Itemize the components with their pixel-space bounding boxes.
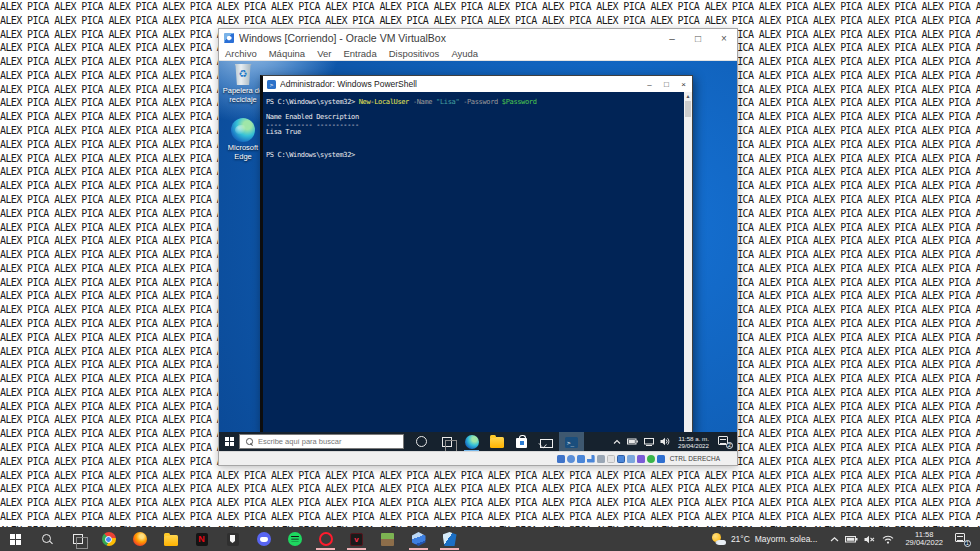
- explorer-icon: [490, 437, 504, 448]
- host-taskbar-search-button[interactable]: [31, 527, 62, 551]
- scrollbar[interactable]: ▲: [684, 92, 692, 434]
- edge-label: Microsoft Edge: [221, 144, 265, 161]
- scroll-up-icon[interactable]: ▲: [684, 92, 692, 100]
- desktop-icon-microsoft-edge[interactable]: Microsoft Edge: [221, 118, 265, 161]
- vm-taskbar-edge-button[interactable]: [459, 432, 484, 451]
- menu-item-archivo[interactable]: Archivo: [225, 48, 257, 59]
- vapp-icon: [350, 533, 363, 546]
- store-icon: [516, 438, 527, 448]
- host-key-label: CTRL DERECHA: [670, 455, 720, 462]
- mail-icon: [540, 439, 553, 448]
- vm-clock-time: 11:58 a. m.: [678, 435, 709, 442]
- host-action-center[interactable]: 1: [955, 533, 968, 545]
- minimize-button[interactable]: –: [659, 29, 685, 47]
- resize-grip[interactable]: [723, 454, 733, 464]
- host-taskbar-taskview-button[interactable]: [62, 527, 93, 551]
- host-taskbar: N 21°C Mayorm. solea... 11:58: [0, 527, 980, 551]
- vm-taskbar-taskview-button[interactable]: [434, 432, 459, 451]
- vm-action-center[interactable]: 2: [718, 436, 730, 447]
- powershell-titlebar[interactable]: > Administrador: Windows PowerShell – □ …: [263, 76, 692, 92]
- powershell-console[interactable]: PS C:\Windows\system32> New-LocalUser -N…: [263, 92, 684, 434]
- wallpaper-text-row: ALEX PICA ALEX PICA ALEX PICA ALEX PICA …: [0, 496, 980, 510]
- menu-item-ayuda[interactable]: Ayuda: [451, 48, 478, 59]
- host-taskbar-discord-button[interactable]: [248, 527, 279, 551]
- host-taskbar-opera-button[interactable]: [310, 527, 341, 551]
- shared-status-icon[interactable]: [607, 455, 615, 463]
- network-status-icon[interactable]: [587, 455, 595, 463]
- host-taskbar-vapp-button[interactable]: [341, 527, 372, 551]
- vm-search-input[interactable]: [258, 437, 388, 446]
- explorer-icon: [164, 535, 178, 546]
- chevron-up-icon[interactable]: [830, 536, 839, 543]
- virtualbox-menubar: ArchivoMáquinaVerEntradaDispositivosAyud…: [219, 47, 737, 61]
- vm-taskbar-store-button[interactable]: [509, 432, 534, 451]
- vm-taskbar-powershell-button[interactable]: [559, 432, 584, 451]
- storage-status-icon[interactable]: [557, 455, 565, 463]
- epic-icon: [227, 533, 239, 546]
- opera-icon: [319, 532, 333, 546]
- blueapp-icon: [443, 532, 457, 546]
- weather-widget[interactable]: 21°C Mayorm. solea...: [712, 533, 818, 545]
- ps-close-button[interactable]: ×: [675, 76, 692, 92]
- vm-taskbar-cortana-button[interactable]: [409, 432, 434, 451]
- host-taskbar-chrome-button[interactable]: [93, 527, 124, 551]
- mouse-status-icon[interactable]: [647, 455, 655, 463]
- discord-icon: [257, 532, 271, 546]
- weather-sun-cloud-icon: [712, 533, 726, 545]
- menu-item-dispositivos[interactable]: Dispositivos: [389, 48, 440, 59]
- minecraft-icon: [381, 533, 394, 546]
- host-taskbar-firefox-button[interactable]: [124, 527, 155, 551]
- powershell-window: > Administrador: Windows PowerShell – □ …: [260, 75, 693, 435]
- host-taskbar-epic-button[interactable]: [217, 527, 248, 551]
- host-taskbar-minecraft-button[interactable]: [372, 527, 403, 551]
- maximize-button[interactable]: □: [685, 29, 711, 47]
- recording-status-icon[interactable]: [627, 455, 635, 463]
- host-taskbar-explorer-button[interactable]: [155, 527, 186, 551]
- menu-item-ver[interactable]: Ver: [317, 48, 331, 59]
- chevron-up-icon[interactable]: [613, 439, 621, 445]
- scrollbar-thumb[interactable]: [685, 101, 691, 117]
- host-taskbar-blueapp-button[interactable]: [434, 527, 465, 551]
- vm-taskbar-mail-button[interactable]: [534, 432, 559, 451]
- host-taskbar-spotify-button[interactable]: [279, 527, 310, 551]
- vm-search-box[interactable]: [239, 434, 404, 449]
- ps-maximize-button[interactable]: □: [658, 76, 675, 92]
- speaker-icon[interactable]: [660, 437, 670, 446]
- host-clock[interactable]: 11:58 29/04/2022: [905, 531, 943, 548]
- optical-status-icon[interactable]: [567, 455, 575, 463]
- console-line: Lisa True: [266, 129, 684, 137]
- network-icon[interactable]: [644, 438, 654, 446]
- autoresize-status-icon[interactable]: [657, 455, 665, 463]
- vm-notification-badge: 2: [726, 442, 733, 449]
- usb-status-icon[interactable]: [597, 455, 605, 463]
- desktop-icon-recycle-bin[interactable]: Papelera de reciclaje: [221, 64, 265, 104]
- ps-minimize-button[interactable]: –: [641, 76, 658, 92]
- edge-icon: [465, 435, 479, 449]
- wifi-icon[interactable]: [882, 535, 894, 544]
- close-button[interactable]: ×: [711, 29, 737, 47]
- battery-icon[interactable]: [627, 438, 638, 445]
- vbox-status-icons: [555, 455, 665, 463]
- powershell-window-title: Administrador: Windows PowerShell: [280, 79, 641, 89]
- menu-item-entrada[interactable]: Entrada: [343, 48, 376, 59]
- speaker-muted-icon[interactable]: [864, 535, 876, 544]
- vm-system-tray: 11:58 a. m. 29/04/2022 2: [610, 432, 737, 451]
- vm-taskbar-explorer-button[interactable]: [484, 432, 509, 451]
- host-taskbar-apps: N: [0, 527, 465, 551]
- vm-start-button[interactable]: [219, 432, 239, 451]
- host-system-tray: 11:58 29/04/2022 1: [827, 531, 980, 548]
- virtualbox-titlebar[interactable]: Windows [Corriendo] - Oracle VM VirtualB…: [219, 29, 737, 47]
- host-taskbar-virtualbox-button[interactable]: [403, 527, 434, 551]
- console-line: PS C:\Windows\system32> New-LocalUser -N…: [266, 99, 684, 107]
- battery-icon[interactable]: [845, 535, 858, 543]
- display-status-icon[interactable]: [617, 455, 625, 463]
- vm-taskbar: 11:58 a. m. 29/04/2022 2: [219, 432, 737, 451]
- audio-status-icon[interactable]: [577, 455, 585, 463]
- host-clock-date: 29/04/2022: [905, 539, 943, 548]
- vm-clock[interactable]: 11:58 a. m. 29/04/2022: [678, 435, 709, 449]
- menu-item-máquina[interactable]: Máquina: [269, 48, 305, 59]
- features-status-icon[interactable]: [637, 455, 645, 463]
- host-taskbar-start-button[interactable]: [0, 527, 31, 551]
- host-taskbar-netflix-button[interactable]: N: [186, 527, 217, 551]
- virtualbox-window-title: Windows [Corriendo] - Oracle VM VirtualB…: [239, 32, 659, 44]
